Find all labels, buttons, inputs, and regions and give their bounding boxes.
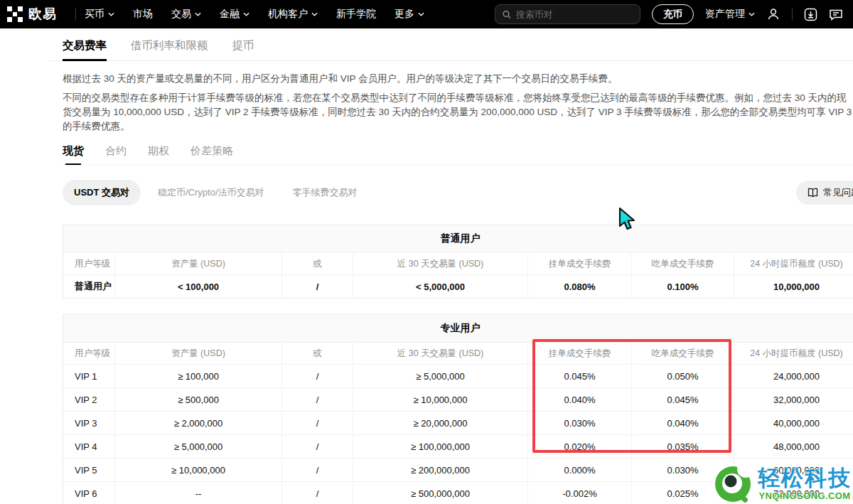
fee-cell: ≥ 2,000,000 [114,412,281,434]
chat-icon [829,8,843,21]
fee-cell: 0.035% [631,435,734,458]
nav-item-交易[interactable]: 交易 [171,8,201,21]
fee-cell: 32,000,000 [734,388,853,411]
chevron-down-icon [749,12,755,16]
faq-button[interactable]: 常见问题 [796,181,853,205]
fee-cell: 40,000,000 [734,412,853,434]
nav-right: 充币 资产管理 [495,4,843,24]
user-icon [766,7,780,21]
intro-paragraph-1: 根据过去 30 天的资产量或交易量的不同，用户区分为普通用户和 VIP 会员用户… [63,72,853,86]
filter-chip-稳定币/Crypto/法币交易对[interactable]: 稳定币/Crypto/法币交易对 [146,180,276,205]
fee-cell: ≥ 10,000,000 [353,388,527,411]
column-header: 挂单成交手续费 [527,253,631,274]
profile-button[interactable] [766,7,780,21]
nav-menu: 买币市场交易金融机构客户新手学院更多 [85,8,424,21]
fee-cell: 0.000% [527,459,631,481]
watermark-domain: YNQINGSONG.COM [758,491,850,500]
fee-cell: ≥ 20,000,000 [353,412,527,434]
fee-cell: 0.050% [631,365,734,387]
fee-cell: -- [114,482,281,504]
fee-cell: / [281,388,353,411]
column-header: 近 30 天交易量 (USD) [353,253,527,274]
table-header-row: 用户等级资产量 (USD)或近 30 天交易量 (USD)挂单成交手续费吃单成交… [63,342,853,364]
fee-cell: / [281,365,353,387]
column-header: 24 小时提币额度 (USD) [734,253,853,274]
table-row: VIP 4≥ 5,000,000/≥ 100,000,0000.020%0.03… [63,434,853,458]
normal-user-fee-table: 普通用户用户等级资产量 (USD)或近 30 天交易量 (USD)挂单成交手续费… [63,225,853,299]
fee-cell: ≥ 100,000,000 [353,435,527,458]
watermark-name: 轻松科技 [758,467,852,489]
product-tabs: 现货合约期权价差策略 [63,144,853,165]
fee-cell: 0.020% [527,435,631,458]
fee-cell: 0.100% [631,275,734,298]
fee-cell: 0.040% [631,412,734,434]
tab-提币[interactable]: 提币 [232,38,254,60]
nav-divider [75,8,76,21]
page-tabs: 交易费率借币利率和限额提币 [50,28,853,61]
table-title: 专业用户 [63,315,853,342]
fee-cell: / [281,435,353,458]
watermark: 轻松科技 YNQINGSONG.COM [714,463,852,504]
assets-menu[interactable]: 资产管理 [705,8,755,21]
nav-item-市场[interactable]: 市场 [133,8,153,21]
column-header: 挂单成交手续费 [527,343,631,364]
column-header: 24 小时提币额度 (USD) [734,343,853,364]
nav-divider [792,8,793,21]
fee-cell: ≥ 10,000,000 [114,459,281,481]
tab-借币利率和限额[interactable]: 借币利率和限额 [131,38,208,60]
faq-label: 常见问题 [823,186,853,199]
nav-item-金融[interactable]: 金融 [220,8,250,21]
nav-item-label: 机构客户 [268,8,308,21]
support-chat-button[interactable] [829,8,843,21]
chevron-down-icon [243,12,250,16]
subtab-合约[interactable]: 合约 [105,144,127,164]
search-box[interactable] [495,4,640,24]
fee-cell: VIP 4 [63,435,114,458]
table-row: 普通用户< 100,000/< 5,000,0000.080%0.100%10,… [63,274,853,298]
table-row: VIP 3≥ 2,000,000/≥ 20,000,0000.030%0.040… [63,411,853,434]
filter-chip-零手续费交易对[interactable]: 零手续费交易对 [281,180,369,205]
fee-cell: / [281,482,353,504]
fee-cell: 48,000,000 [734,435,853,458]
nav-item-label: 新手学院 [336,8,376,21]
nav-item-label: 金融 [220,8,240,21]
subtab-价差策略[interactable]: 价差策略 [191,144,233,164]
fee-cell: / [281,412,353,434]
search-input[interactable] [516,9,633,20]
download-app-button[interactable] [804,8,817,21]
fee-cell: ≥ 500,000 [114,388,281,411]
okx-logo-icon [7,6,23,22]
deposit-button[interactable]: 充币 [652,4,694,24]
tab-交易费率[interactable]: 交易费率 [63,38,107,60]
fee-cell: VIP 6 [63,482,114,504]
column-header: 用户等级 [63,343,114,364]
table-row: VIP 2≥ 500,000/≥ 10,000,0000.040%0.045%3… [63,387,853,411]
subtab-现货[interactable]: 现货 [63,144,84,164]
subtab-期权[interactable]: 期权 [148,144,169,164]
top-nav: 欧易 买币市场交易金融机构客户新手学院更多 充币 资产管理 [0,0,853,28]
nav-item-更多[interactable]: 更多 [395,8,424,21]
fee-cell: 10,000,000 [734,275,853,298]
intro-paragraph-2: 不同的交易类型存在多种用于计算手续费等级的标准，若您在某个交易类型中达到了不同的… [63,91,853,134]
download-icon [804,8,817,21]
column-header: 吃单成交手续费 [631,343,734,364]
fee-cell: 24,000,000 [734,365,853,387]
nav-item-买币[interactable]: 买币 [85,8,114,21]
nav-item-label: 交易 [171,8,191,21]
filter-chip-USDT 交易对[interactable]: USDT 交易对 [63,180,141,205]
fee-cell: / [281,275,353,298]
okx-logo[interactable]: 欧易 [7,5,57,23]
fee-cell: -0.002% [527,482,631,504]
fee-cell: ≥ 100,000 [114,365,281,387]
fee-cell: < 5,000,000 [353,275,527,298]
chevron-down-icon [195,12,201,16]
fee-cell: 0.045% [631,388,734,411]
nav-item-机构客户[interactable]: 机构客户 [268,8,318,21]
filter-chips: USDT 交易对稳定币/Crypto/法币交易对零手续费交易对 [63,180,369,205]
filter-row: USDT 交易对稳定币/Crypto/法币交易对零手续费交易对 常见问题 [63,180,853,205]
main-content: 交易费率借币利率和限额提币 根据过去 30 天的资产量或交易量的不同，用户区分为… [0,28,853,504]
column-header: 资产量 (USD) [114,343,281,364]
nav-item-新手学院[interactable]: 新手学院 [336,8,376,21]
fee-cell: ≥ 200,000,000 [353,459,527,481]
column-header: 或 [281,253,353,274]
